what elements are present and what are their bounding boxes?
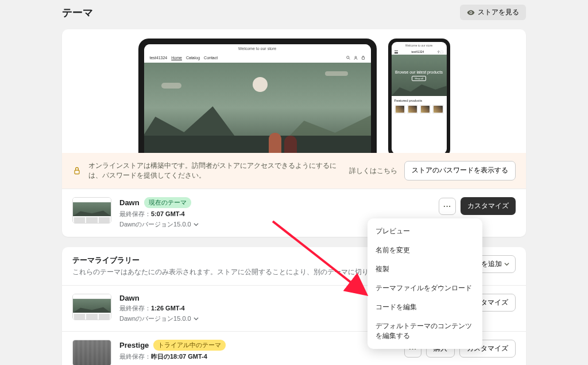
featured-title: Featured products xyxy=(394,99,444,102)
menu-edit-code[interactable]: コードを編集 xyxy=(368,298,482,317)
theme-thumbnail xyxy=(72,294,111,320)
svg-rect-4 xyxy=(362,57,364,59)
mobile-cta: Shop all xyxy=(412,76,425,81)
cart-icon xyxy=(361,56,365,60)
announcement-bar: Welcome to our store xyxy=(144,44,371,53)
theme-name: Dawn xyxy=(119,294,140,302)
chevron-down-icon xyxy=(194,222,199,227)
user-icon xyxy=(354,56,358,60)
current-theme-badge: 現在のテーマ xyxy=(144,197,191,208)
mobile-announcement: Welcome to our store xyxy=(392,42,447,49)
lock-icon xyxy=(72,166,82,175)
chevron-down-icon xyxy=(194,316,199,321)
menu-rename[interactable]: 名前を変更 xyxy=(368,241,482,260)
menu-preview[interactable]: プレビュー xyxy=(368,222,482,241)
trial-badge: トライアル中のテーマ xyxy=(153,340,226,351)
mobile-icons: ⚲ ⬚ xyxy=(438,50,443,53)
alert-link[interactable]: 詳しくはこちら xyxy=(349,166,397,176)
mobile-hero-text: Browse our latest products xyxy=(395,70,443,74)
menu-duplicate[interactable]: 複製 xyxy=(368,260,482,279)
theme-thumbnail xyxy=(72,197,111,224)
theme-saved: 最終保存：昨日の18:07 GMT-4 xyxy=(119,352,396,361)
eye-icon xyxy=(467,9,475,17)
page-title: テーマ xyxy=(62,6,93,20)
preview-nav-home: Home xyxy=(171,56,182,60)
password-alert: オンラインストアは構築中です。訪問者がストアにアクセスできるようにするには、パス… xyxy=(62,153,526,189)
theme-name: Dawn xyxy=(119,198,140,207)
theme-thumbnail xyxy=(72,340,111,365)
svg-point-0 xyxy=(470,11,471,13)
dots-icon: ··· xyxy=(443,202,451,210)
hamburger-icon xyxy=(394,51,398,53)
theme-preview-area: Welcome to our store test41324 Home Cata… xyxy=(62,29,526,153)
svg-rect-5 xyxy=(75,170,79,174)
view-store-label: ストアを見る xyxy=(478,7,519,17)
alert-text: オンラインストアは構築中です。訪問者がストアにアクセスできるようにするには、パス… xyxy=(88,161,342,180)
current-theme-card: Welcome to our store test41324 Home Cata… xyxy=(62,29,526,237)
show-password-button[interactable]: ストアのパスワードを表示する xyxy=(404,161,516,180)
search-icon xyxy=(346,56,350,60)
preview-hero xyxy=(144,63,371,153)
theme-saved: 最終保存：5:07 GMT-4 xyxy=(119,210,431,218)
mobile-store-name: test41324 xyxy=(411,50,424,53)
desktop-preview-frame: Welcome to our store test41324 Home Cata… xyxy=(138,39,377,153)
menu-download[interactable]: テーマファイルをダウンロード xyxy=(368,279,482,298)
view-store-button[interactable]: ストアを見る xyxy=(460,5,526,20)
more-actions-button[interactable]: ··· xyxy=(439,198,456,215)
theme-actions-menu: プレビュー 名前を変更 複製 テーマファイルをダウンロード コードを編集 デフォ… xyxy=(368,218,482,349)
customize-button[interactable]: カスタマイズ xyxy=(461,197,516,215)
preview-nav-contact: Contact xyxy=(204,56,218,60)
theme-name: Prestige xyxy=(119,341,149,349)
preview-store-name: test41324 xyxy=(150,56,168,60)
svg-line-2 xyxy=(349,59,350,60)
svg-point-3 xyxy=(355,56,357,58)
svg-point-1 xyxy=(346,56,349,59)
preview-nav-catalog: Catalog xyxy=(186,56,200,60)
menu-edit-default[interactable]: デフォルトテーマのコンテンツを編集する xyxy=(368,317,482,345)
chevron-down-icon xyxy=(504,262,509,267)
mobile-preview-frame: Welcome to our store test41324 ⚲ ⬚ Brows… xyxy=(388,39,450,153)
